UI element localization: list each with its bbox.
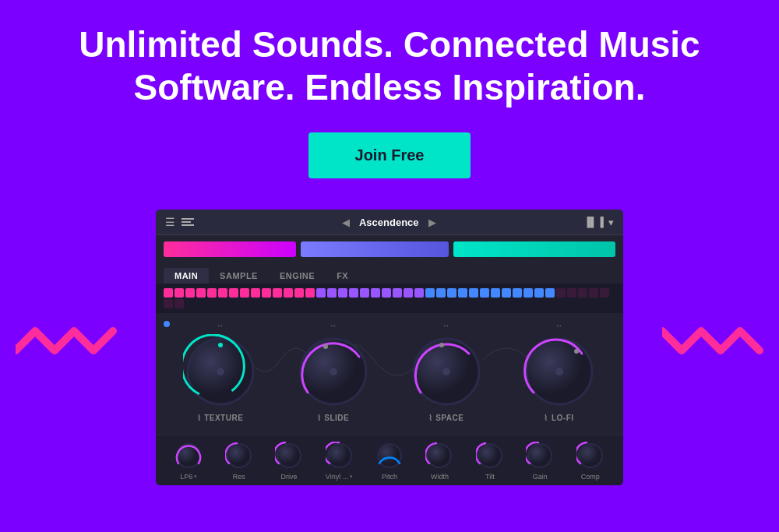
- svg-point-22: [528, 444, 552, 467]
- lp6-knob-container[interactable]: [174, 442, 203, 470]
- drive-label: Drive: [281, 473, 298, 481]
- step-dot[interactable]: [513, 288, 522, 298]
- slide-label-icon: ⌇: [317, 414, 322, 422]
- lofi-arrows: ↔: [555, 321, 563, 329]
- step-dot[interactable]: [218, 288, 227, 298]
- step-dot[interactable]: [436, 288, 446, 298]
- step-dot[interactable]: [174, 299, 184, 308]
- lofi-knob-item: ↔: [522, 321, 597, 422]
- svg-point-15: [177, 444, 200, 467]
- svg-point-16: [227, 444, 251, 467]
- space-label: ⌇ SPACE: [428, 414, 464, 422]
- step-dot[interactable]: [480, 288, 489, 298]
- texture-arrows: ↔: [217, 321, 224, 329]
- mini-knob-res: Res: [225, 442, 253, 481]
- svg-point-14: [574, 349, 579, 354]
- step-dot[interactable]: [589, 288, 598, 298]
- bar-blue: [301, 241, 449, 257]
- step-dot[interactable]: [164, 288, 173, 298]
- lofi-knob-container[interactable]: [522, 334, 597, 409]
- step-dot[interactable]: [469, 288, 478, 298]
- step-dot[interactable]: [273, 288, 282, 298]
- step-dot[interactable]: [229, 288, 238, 298]
- tab-fx[interactable]: FX: [326, 268, 359, 284]
- step-dot[interactable]: [338, 288, 347, 298]
- width-knob-container[interactable]: [425, 442, 453, 470]
- step-dot[interactable]: [414, 288, 424, 298]
- step-dot[interactable]: [545, 288, 555, 298]
- step-dot[interactable]: [523, 288, 533, 298]
- slide-knob-item: ↔: [296, 321, 371, 422]
- tab-engine[interactable]: ENGINE: [269, 268, 326, 284]
- color-bars: [156, 235, 623, 263]
- lofi-label-icon: ⌇: [544, 414, 548, 422]
- step-dot[interactable]: [404, 288, 413, 298]
- vinyl-dropdown-arrow[interactable]: ▾: [350, 474, 353, 480]
- bars-icon[interactable]: ▐▌▐: [583, 217, 604, 227]
- step-dot[interactable]: [262, 288, 271, 298]
- svg-point-8: [323, 344, 328, 349]
- step-dot[interactable]: [600, 288, 609, 298]
- tab-sample[interactable]: SAMPLE: [209, 268, 269, 284]
- step-dot[interactable]: [393, 288, 402, 298]
- space-knob-container[interactable]: [409, 334, 484, 409]
- step-dot[interactable]: [251, 288, 260, 298]
- step-dot[interactable]: [371, 288, 380, 298]
- step-dot[interactable]: [382, 288, 391, 298]
- step-dot[interactable]: [458, 288, 467, 298]
- step-dot[interactable]: [491, 288, 500, 298]
- step-dot[interactable]: [240, 288, 249, 298]
- step-dot[interactable]: [196, 288, 206, 298]
- comp-label: Comp: [581, 473, 600, 481]
- svg-point-4: [217, 368, 224, 375]
- list-icon: [182, 218, 194, 226]
- step-dot[interactable]: [164, 299, 173, 308]
- knobs-section: ↔: [156, 313, 623, 435]
- svg-point-5: [218, 343, 223, 347]
- step-dot[interactable]: [578, 288, 587, 298]
- texture-knob-container[interactable]: [183, 334, 258, 409]
- step-dot[interactable]: [534, 288, 544, 298]
- step-dot[interactable]: [305, 288, 315, 298]
- svg-rect-2: [182, 224, 194, 226]
- step-dot[interactable]: [502, 288, 511, 298]
- step-dot[interactable]: [316, 288, 326, 298]
- tilt-knob-container[interactable]: [476, 442, 504, 470]
- tab-main[interactable]: MAIN: [164, 268, 209, 284]
- res-knob-container[interactable]: [225, 442, 253, 470]
- dropdown-arrow[interactable]: ▾: [608, 217, 614, 228]
- step-dot[interactable]: [556, 288, 566, 298]
- step-dot[interactable]: [447, 288, 456, 298]
- lp6-dropdown-arrow[interactable]: ▾: [194, 474, 197, 480]
- slide-knob-container[interactable]: [296, 334, 371, 409]
- step-dot[interactable]: [349, 288, 358, 298]
- prev-arrow[interactable]: ◀: [342, 217, 350, 228]
- step-dot[interactable]: [207, 288, 217, 298]
- step-dot[interactable]: [294, 288, 304, 298]
- svg-rect-0: [182, 218, 194, 220]
- svg-point-18: [328, 444, 351, 467]
- vinyl-knob-container[interactable]: [326, 442, 354, 470]
- step-dot[interactable]: [425, 288, 435, 298]
- step-dot[interactable]: [567, 288, 576, 298]
- plugin-nav: ◀ Ascendence ▶: [342, 217, 436, 228]
- drive-knob-container[interactable]: [275, 442, 303, 470]
- step-dot[interactable]: [327, 288, 337, 298]
- step-dot[interactable]: [360, 288, 369, 298]
- plugin-header-left: ☰: [165, 216, 194, 228]
- space-knob-item: ↔: [409, 321, 484, 422]
- menu-icon[interactable]: ☰: [165, 216, 175, 228]
- zigzag-decoration-right: [662, 327, 763, 377]
- svg-point-10: [442, 368, 450, 375]
- hero-title: Unlimited Sounds. Connected Music Softwa…: [0, 23, 779, 109]
- pitch-knob-container[interactable]: [375, 442, 404, 470]
- next-arrow[interactable]: ▶: [428, 217, 436, 228]
- step-dot[interactable]: [284, 288, 293, 298]
- gain-knob-container[interactable]: [526, 442, 554, 470]
- step-dot[interactable]: [185, 288, 195, 298]
- step-dot[interactable]: [174, 288, 184, 298]
- svg-point-20: [428, 444, 451, 467]
- join-free-button[interactable]: Join Free: [308, 132, 471, 178]
- space-arrows: ↔: [442, 321, 450, 329]
- comp-knob-container[interactable]: [576, 442, 605, 470]
